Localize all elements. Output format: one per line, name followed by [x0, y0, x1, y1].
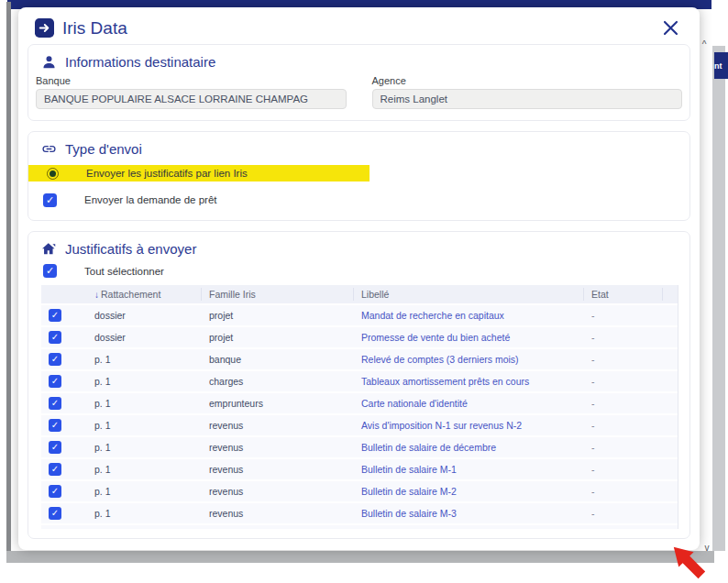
- table-row[interactable]: ✓ p. 1 revenus Bulletin de salaire M-3 -: [41, 503, 678, 523]
- sort-descending-icon: ↓: [94, 290, 99, 300]
- row-etat: -: [584, 310, 663, 321]
- row-famille: revenus: [202, 442, 354, 453]
- row-famille: projet: [202, 310, 354, 321]
- row-checkbox[interactable]: ✓: [49, 309, 61, 322]
- highlight-band: Envoyer les justificatifs par lien Iris: [28, 165, 370, 182]
- background-left-edge: [6, 2, 11, 563]
- row-famille: revenus: [202, 464, 354, 475]
- table-row[interactable]: ✓ dossier projet Mandat de recherche en …: [41, 305, 678, 325]
- red-pointer-arrow-icon: [672, 544, 707, 581]
- iris-link-radio[interactable]: [47, 168, 59, 180]
- documents-section: Justificatifs à envoyer ✓ Tout sélection…: [28, 231, 690, 539]
- header-rattachement[interactable]: ↓ Rattachement: [87, 288, 202, 301]
- table-row[interactable]: ✓ p. 1 revenus Bulletin de salaire de dé…: [41, 437, 678, 457]
- modal-footer: Envoyer les documents: [18, 549, 700, 550]
- row-libelle: Carte nationale d'identité: [354, 398, 584, 409]
- row-famille: emprunteurs: [202, 398, 354, 409]
- row-checkbox[interactable]: ✓: [49, 441, 61, 454]
- scroll-up-icon[interactable]: ^: [699, 40, 710, 50]
- row-etat: -: [584, 486, 663, 497]
- send-type-section: Type d'envoi Envoyer les justificatifs p…: [28, 131, 690, 221]
- row-libelle: Bulletin de salaire M-1: [354, 464, 584, 475]
- header-check-column: [41, 288, 87, 301]
- screen: nt ^ v Iris Data Informations destinatai…: [0, 0, 728, 583]
- row-rattachement: dossier: [87, 310, 202, 321]
- agence-label: Agence: [372, 75, 683, 86]
- table-row[interactable]: ✓ p. 1 revenus Bulletin de salaire M-2 -: [41, 481, 678, 501]
- row-checkbox[interactable]: ✓: [49, 375, 61, 388]
- row-checkbox[interactable]: ✓: [49, 419, 61, 432]
- select-all-row: ✓ Tout sélectionner: [36, 262, 682, 285]
- header-libelle[interactable]: Libellé: [354, 288, 584, 301]
- select-all-checkbox[interactable]: ✓: [43, 264, 57, 278]
- recipient-fields: Banque Agence: [36, 75, 682, 111]
- documents-section-title: Justificatifs à envoyer: [36, 239, 682, 262]
- header-etat[interactable]: Etat: [584, 288, 663, 301]
- row-checkbox[interactable]: ✓: [49, 463, 61, 476]
- link-icon: [41, 141, 57, 157]
- row-libelle: Bulletin de salaire M-2: [354, 486, 584, 497]
- header-famille-iris[interactable]: Famille Iris: [202, 288, 354, 301]
- row-etat: -: [584, 398, 663, 409]
- row-etat: -: [584, 420, 663, 431]
- row-libelle: Relevé de comptes (3 derniers mois): [354, 354, 584, 365]
- row-rattachement: p. 1: [87, 354, 202, 365]
- row-libelle: Avis d'imposition N-1 sur revenus N-2: [354, 420, 584, 431]
- row-rattachement: p. 1: [87, 486, 202, 497]
- person-icon: [41, 54, 57, 70]
- row-checkbox[interactable]: ✓: [49, 397, 61, 410]
- row-etat: -: [584, 442, 663, 453]
- iris-link-option-row: Envoyer les justificatifs par lien Iris: [36, 164, 682, 182]
- row-libelle: Mandat de recherche en capitaux: [354, 310, 584, 321]
- header-end-column: [663, 288, 678, 301]
- table-row[interactable]: ✓ dossier projet Promesse de vente du bi…: [41, 327, 678, 347]
- table-row[interactable]: ✓ p. 1 emprunteurs Carte nationale d'ide…: [41, 393, 678, 413]
- row-rattachement: p. 1: [87, 376, 202, 387]
- background-bottom-edge: [6, 551, 714, 563]
- table-row[interactable]: ✓ p. 1 charges Tableaux amortissement pr…: [41, 371, 678, 391]
- row-famille: charges: [202, 376, 354, 387]
- table-row[interactable]: ✓: [41, 525, 678, 529]
- row-rattachement: p. 1: [87, 420, 202, 431]
- row-rattachement: p. 1: [87, 398, 202, 409]
- close-icon[interactable]: [660, 17, 681, 38]
- row-famille: revenus: [202, 486, 354, 497]
- recipient-section: Informations destinataire Banque Agence: [28, 44, 690, 121]
- home-documents-icon: [41, 241, 57, 257]
- row-checkbox[interactable]: ✓: [49, 331, 61, 344]
- export-icon: [35, 18, 54, 38]
- documents-table-body: ✓ dossier projet Mandat de recherche en …: [41, 305, 678, 529]
- select-all-label: Tout sélectionner: [84, 266, 164, 277]
- row-famille: projet: [202, 332, 354, 343]
- iris-link-radio-label: Envoyer les justificatifs par lien Iris: [86, 168, 248, 179]
- modal-title: Iris Data: [62, 18, 660, 38]
- banque-input[interactable]: [36, 89, 347, 109]
- row-etat: -: [584, 376, 663, 387]
- row-libelle: Bulletin de salaire de décembre: [354, 442, 584, 453]
- row-famille: revenus: [202, 420, 354, 431]
- agence-input[interactable]: [372, 89, 683, 109]
- loan-request-option-row: ✓ Envoyer la demande de prêt: [36, 191, 682, 209]
- row-libelle: Tableaux amortissement prêts en cours: [354, 376, 584, 387]
- row-etat: -: [584, 354, 663, 365]
- row-etat: -: [584, 508, 663, 519]
- row-famille: banque: [202, 354, 354, 365]
- agence-field-group: Agence: [372, 75, 683, 109]
- row-rattachement: p. 1: [87, 442, 202, 453]
- recipient-section-title: Informations destinataire: [36, 52, 682, 75]
- row-rattachement: p. 1: [87, 508, 202, 519]
- loan-request-checkbox[interactable]: ✓: [43, 193, 57, 207]
- send-type-section-title: Type d'envoi: [36, 139, 682, 162]
- scrollbar-track[interactable]: [712, 46, 725, 551]
- documents-table-header: ↓ Rattachement Famille Iris Libellé Etat: [41, 285, 678, 303]
- table-row[interactable]: ✓ p. 1 banque Relevé de comptes (3 derni…: [41, 349, 678, 369]
- table-row[interactable]: ✓ p. 1 revenus Avis d'imposition N-1 sur…: [41, 415, 678, 435]
- banque-field-group: Banque: [36, 75, 347, 109]
- banque-label: Banque: [36, 75, 347, 86]
- row-checkbox[interactable]: ✓: [49, 353, 61, 366]
- row-etat: -: [584, 464, 663, 475]
- modal-header: Iris Data: [18, 7, 700, 44]
- row-checkbox[interactable]: ✓: [49, 507, 61, 520]
- table-row[interactable]: ✓ p. 1 revenus Bulletin de salaire M-1 -: [41, 459, 678, 479]
- row-checkbox[interactable]: ✓: [49, 485, 61, 498]
